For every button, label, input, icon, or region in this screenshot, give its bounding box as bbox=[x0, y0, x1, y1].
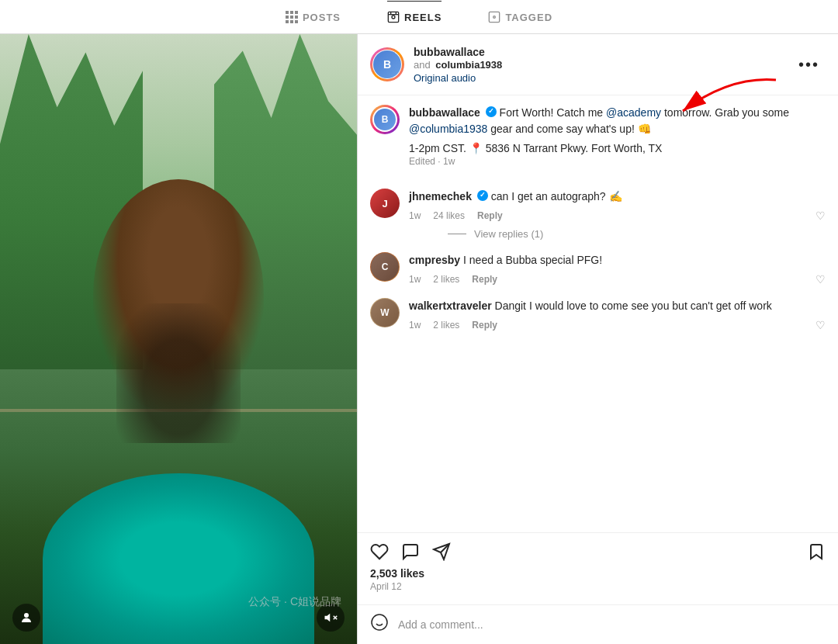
svg-rect-5 bbox=[490, 12, 500, 22]
emoji-icon bbox=[370, 613, 389, 632]
post-username[interactable]: bubbawallace bbox=[414, 45, 485, 59]
comment-body-jhnemechek: jhnemechek can I get an autograph? ✍️ 1w… bbox=[409, 189, 826, 240]
svg-point-1 bbox=[392, 16, 395, 19]
reels-icon bbox=[387, 11, 400, 23]
post-author-info: bubbawallace and columbia1938 Original a… bbox=[414, 45, 792, 84]
reply-button-2[interactable]: Reply bbox=[472, 274, 497, 285]
bookmark-icon bbox=[807, 542, 826, 561]
edited-label: Edited · 1w bbox=[409, 156, 826, 167]
posts-grid-icon bbox=[286, 11, 298, 23]
comment-body-cmpresby: cmpresby I need a Bubba special PFG! 1w … bbox=[409, 252, 826, 286]
like-comment-2[interactable]: ♡ bbox=[815, 273, 826, 286]
svg-point-7 bbox=[24, 613, 29, 618]
mention-academy[interactable]: @academy bbox=[606, 106, 661, 119]
comment-time-3: 1w bbox=[409, 320, 421, 331]
comment-meta-2: 1w 2 likes Reply ♡ bbox=[409, 273, 826, 286]
svg-marker-8 bbox=[325, 614, 331, 622]
mention-columbia[interactable]: @columbia1938 bbox=[409, 123, 487, 135]
commenter-username-2[interactable]: cmpresby bbox=[409, 254, 460, 266]
reply-button-3[interactable]: Reply bbox=[472, 320, 497, 331]
avatar-walkertxtraveler[interactable]: W bbox=[370, 298, 400, 327]
reels-tab-label: REELS bbox=[404, 12, 442, 23]
post-collab: and columbia1938 bbox=[414, 59, 792, 72]
tab-posts[interactable]: POSTS bbox=[286, 1, 341, 33]
comment-text-cmpresby: cmpresby I need a Bubba special PFG! bbox=[409, 252, 826, 268]
tagged-tab-label: TAGGED bbox=[505, 12, 552, 23]
comment-icon bbox=[401, 542, 420, 561]
comment-likes-2: 2 likes bbox=[433, 274, 459, 285]
comment-text-jhnemechek: jhnemechek can I get an autograph? ✍️ bbox=[409, 189, 826, 205]
comment-time-1: 1w bbox=[409, 210, 421, 221]
more-options-button[interactable]: ••• bbox=[792, 53, 826, 77]
reply-button-1[interactable]: Reply bbox=[477, 210, 503, 221]
heart-icon bbox=[370, 542, 389, 561]
posts-tab-label: POSTS bbox=[303, 12, 341, 23]
comment-input[interactable] bbox=[398, 618, 826, 631]
profile-nav-tabs: POSTS REELS TAGGED bbox=[0, 0, 838, 34]
main-content: 公众号 · C姐说品牌 B bbox=[0, 34, 838, 644]
like-comment-3[interactable]: ♡ bbox=[815, 319, 826, 331]
commenter-username-3[interactable]: walkertxtraveler bbox=[409, 299, 492, 312]
post-date: April 12 bbox=[370, 581, 826, 592]
caption-verified-badge bbox=[486, 106, 497, 117]
mute-icon bbox=[324, 611, 338, 625]
avatar-cmpresby[interactable]: C bbox=[370, 252, 400, 282]
avatar-jhnemechek[interactable]: J bbox=[370, 189, 400, 218]
caption-body: bubbawallace Fort Worth! Catch me @acade… bbox=[409, 105, 826, 176]
comment-verified-1 bbox=[477, 190, 488, 201]
location-line: 1-2pm CST. 📍 5836 N Tarrant Pkwy. Fort W… bbox=[409, 142, 826, 154]
comment-likes-1: 24 likes bbox=[433, 210, 465, 221]
share-button[interactable] bbox=[432, 542, 451, 561]
svg-point-14 bbox=[372, 615, 387, 630]
comment-meta-1: 1w 24 likes Reply ♡ bbox=[409, 209, 826, 222]
right-panel: B bubbawallace and columbia1938 Original… bbox=[357, 34, 838, 644]
comment-walkertxtraveler: W walkertxtraveler Dangit I would love t… bbox=[370, 298, 826, 331]
main-post-comment: B bubbawallace Fort Worth! Catch me @aca… bbox=[370, 105, 826, 176]
replies-line bbox=[448, 234, 466, 234]
action-bar: 2,503 likes April 12 bbox=[358, 532, 838, 604]
svg-rect-0 bbox=[388, 12, 398, 22]
like-comment-1[interactable]: ♡ bbox=[815, 209, 826, 222]
collab-partner[interactable]: columbia1938 bbox=[435, 59, 502, 71]
view-replies-1[interactable]: View replies (1) bbox=[448, 228, 826, 240]
video-panel[interactable]: 公众号 · C姐说品牌 bbox=[0, 34, 357, 644]
comment-text-walker: walkertxtraveler Dangit I would love to … bbox=[409, 298, 826, 314]
profile-button[interactable] bbox=[12, 604, 40, 632]
comment-button[interactable] bbox=[401, 542, 420, 561]
tab-tagged[interactable]: TAGGED bbox=[488, 1, 552, 33]
comment-cmpresby: C cmpresby I need a Bubba special PFG! 1… bbox=[370, 252, 826, 286]
svg-point-6 bbox=[493, 16, 496, 19]
profile-icon bbox=[19, 611, 33, 625]
comments-area: B bubbawallace Fort Worth! Catch me @aca… bbox=[358, 95, 838, 532]
post-audio[interactable]: Original audio bbox=[414, 72, 792, 84]
likes-count: 2,503 likes bbox=[370, 567, 826, 580]
caption-username[interactable]: bubbawallace bbox=[409, 106, 480, 119]
like-button[interactable] bbox=[370, 542, 389, 561]
post-author-avatar[interactable]: B bbox=[370, 47, 404, 81]
caption-avatar[interactable]: B bbox=[370, 105, 400, 134]
action-icons bbox=[370, 542, 826, 561]
tab-reels[interactable]: REELS bbox=[387, 1, 442, 33]
post-header: B bubbawallace and columbia1938 Original… bbox=[358, 34, 838, 95]
tagged-icon bbox=[488, 11, 500, 23]
share-icon bbox=[432, 542, 451, 561]
add-comment-bar bbox=[358, 604, 838, 644]
caption-text: bubbawallace Fort Worth! Catch me @acade… bbox=[409, 105, 826, 137]
comment-likes-3: 2 likes bbox=[433, 320, 459, 331]
comment-jhnemechek: J jhnemechek can I get an autograph? ✍️ … bbox=[370, 189, 826, 240]
comment-meta-3: 1w 2 likes Reply ♡ bbox=[409, 319, 826, 331]
comment-body-walker: walkertxtraveler Dangit I would love to … bbox=[409, 298, 826, 331]
comment-time-2: 1w bbox=[409, 274, 421, 285]
bookmark-button[interactable] bbox=[807, 542, 826, 561]
watermark: 公众号 · C姐说品牌 bbox=[248, 595, 341, 609]
commenter-username-1[interactable]: jhnemechek bbox=[409, 190, 472, 203]
emoji-picker-button[interactable] bbox=[370, 613, 389, 636]
